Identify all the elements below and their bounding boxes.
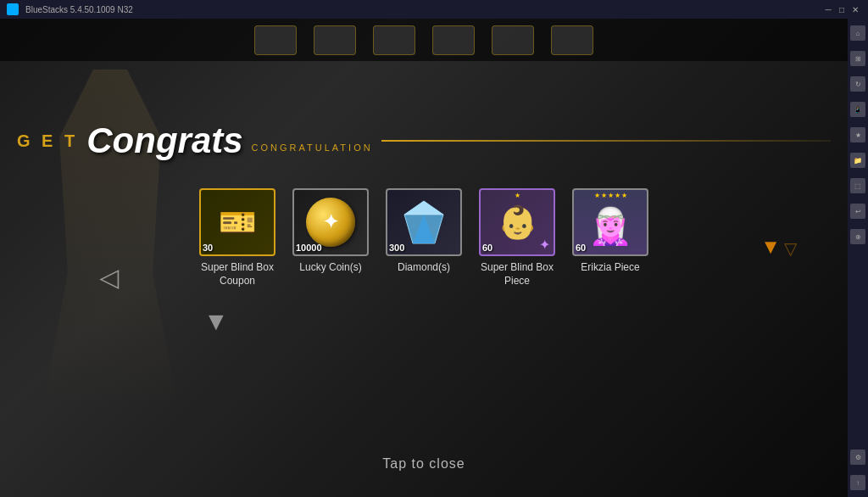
congratulation-small: CONGRATULATION [252, 142, 373, 153]
sidebar-icon-settings[interactable]: ⚙ [850, 450, 865, 465]
congrats-text: Congrats [86, 120, 242, 161]
diamond-count: 300 [389, 243, 404, 253]
sidebar-icon-star[interactable]: ★ [850, 127, 865, 142]
item-icon-coupon: 🎫 30 [199, 188, 275, 256]
sidebar-icon-1[interactable]: ⌂ [850, 25, 865, 41]
diamond-svg [403, 199, 445, 246]
coin-label: Lucky Coin(s) [299, 261, 361, 275]
sidebar-icon-back[interactable]: ↩ [850, 204, 865, 219]
top-bar-item-3 [373, 25, 415, 55]
titlebar-controls: ─ □ ✕ [822, 3, 861, 15]
top-bar-item-6 [551, 25, 593, 55]
sidebar-icon-phone[interactable]: 📱 [850, 102, 865, 117]
close-button[interactable]: ✕ [849, 3, 861, 15]
sidebar-icon-add[interactable]: ⊕ [850, 229, 865, 244]
svg-marker-1 [404, 201, 443, 215]
item-card-diamond[interactable]: 300 Diamond(s) [386, 188, 462, 275]
top-bar-item-2 [314, 25, 356, 55]
item-icon-container-coupon: 🎫 30 [199, 188, 275, 256]
nav-arrow-right[interactable]: ▼ ▽ [760, 235, 797, 259]
sidebar-icon-up[interactable]: ↑ [850, 475, 865, 490]
logo-icon [7, 3, 19, 15]
titlebar-title: BlueStacks 5.4.50.1009 N32 [25, 5, 133, 14]
tap-to-close[interactable]: Tap to close [0, 456, 848, 472]
right-chevron-icon: ▼ [760, 235, 781, 259]
top-bar-item-5 [492, 25, 534, 55]
piece-label: Super Blind BoxPiece [481, 261, 554, 288]
item-icon-container-erikzia: ★ ★ ★ ★ ★ 🧝 60 [572, 188, 648, 256]
header-line [381, 140, 831, 142]
right-sidebar: ⌂ ⊞ ↻ 📱 ★ 📁 ⬚ ↩ ⊕ ⚙ ↑ [848, 19, 868, 497]
congrats-header: G E T Congrats CONGRATULATION [17, 120, 831, 161]
coin-count: 10000 [296, 243, 322, 253]
game-background: G E T Congrats CONGRATULATION 🎫 30 Super… [0, 19, 848, 497]
item-card-blind-box-coupon[interactable]: 🎫 30 Super Blind BoxCoupon [199, 188, 275, 288]
sidebar-icon-2[interactable]: ⊞ [850, 51, 865, 66]
down-chevron-icon: ▼ [203, 307, 229, 335]
item-card-lucky-coin[interactable]: ✦ 10000 Lucky Coin(s) [292, 188, 369, 275]
items-area: 🎫 30 Super Blind BoxCoupon ✦ 10000 [42, 188, 805, 288]
piece-star-overlay: ★ [481, 192, 554, 199]
coin-visual: ✦ [306, 198, 355, 247]
item-icon-piece: ★ 👶 ✦ 60 [479, 188, 555, 256]
top-bar-item-4 [432, 25, 475, 55]
sidebar-icon-camera[interactable]: ⬚ [850, 178, 865, 193]
minimize-button[interactable]: ─ [822, 3, 834, 15]
diamond-label: Diamond(s) [398, 261, 450, 275]
item-icon-container-diamond: 300 [386, 188, 462, 256]
maximize-button[interactable]: □ [836, 3, 848, 15]
item-icon-erikzia: ★ ★ ★ ★ ★ 🧝 60 [572, 188, 648, 256]
erikzia-star-overlay: ★ ★ ★ ★ ★ [574, 192, 647, 199]
item-icon-diamond: 300 [386, 188, 462, 256]
item-icon-container-coin: ✦ 10000 [292, 188, 369, 256]
erikzia-label: Erikzia Piece [581, 261, 639, 275]
main-container: BlueStacks 5.4.50.1009 N32 ─ □ ✕ G E T C… [0, 0, 868, 497]
nav-arrow-down[interactable]: ▼ [203, 307, 229, 336]
sidebar-icon-folder[interactable]: 📁 [850, 153, 865, 168]
item-icon-container-piece: ★ 👶 ✦ 60 [479, 188, 555, 256]
item-card-erikzia[interactable]: ★ ★ ★ ★ ★ 🧝 60 Erikzia Piece [572, 188, 648, 275]
coupon-label: Super Blind BoxCoupon [201, 261, 274, 288]
game-top-bar [0, 19, 848, 61]
titlebar: BlueStacks 5.4.50.1009 N32 ─ □ ✕ [0, 0, 868, 19]
item-icon-coin: ✦ 10000 [292, 188, 369, 256]
coupon-count: 30 [203, 243, 213, 253]
left-chevron-icon: ▽ [97, 270, 125, 289]
piece-count: 60 [482, 243, 492, 253]
top-bar-item-1 [254, 25, 297, 55]
right-chevron-icon-2: ▽ [784, 238, 797, 259]
get-label: G E T [17, 131, 78, 151]
nav-arrow-left[interactable]: ▽ [97, 270, 126, 289]
erikzia-count: 60 [576, 243, 586, 253]
bluestacks-logo: BlueStacks 5.4.50.1009 N32 [7, 3, 133, 15]
sidebar-icon-refresh[interactable]: ↻ [850, 76, 865, 92]
item-card-blind-box-piece[interactable]: ★ 👶 ✦ 60 Super Blind BoxPiece [479, 188, 555, 288]
